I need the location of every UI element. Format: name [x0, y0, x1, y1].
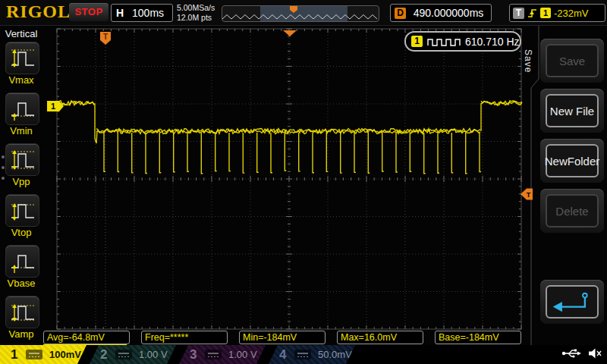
rigol-logo: RIGOL — [6, 2, 71, 22]
new-file-button[interactable]: New File — [540, 89, 604, 133]
freq-channel-badge: 1 — [411, 36, 423, 47]
trigger-source-badge: 1 — [540, 8, 551, 18]
channel1-tab[interactable]: 1 100mV — [0, 345, 86, 364]
horizontal-label: H — [116, 7, 124, 19]
freq-value: 610.710 Hz — [465, 36, 520, 48]
square-wave-icon — [426, 36, 461, 48]
oscilloscope-screen: T 1 T RIGOL STOP H 100ms 5.00MSa/s 12.0M… — [0, 0, 607, 364]
delay-box: D 490.000000ms — [390, 4, 492, 22]
dc-coupling-icon — [205, 350, 222, 359]
menu-page-indicator — [2, 148, 5, 187]
back-button[interactable] — [540, 280, 604, 324]
channel2-tab[interactable]: 2 1.00 V — [90, 345, 176, 364]
channel1-number: 1 — [11, 347, 20, 362]
dc-coupling-icon — [26, 350, 42, 359]
right-soft-menu: Save Save New File NewFolder Delete — [531, 25, 607, 345]
vtop-button[interactable] — [5, 194, 39, 227]
channel1-scale: 100mV — [49, 349, 81, 360]
ch1-waveform-trace — [56, 101, 522, 174]
new-folder-button-label: NewFolder — [546, 144, 599, 177]
trigger-position-marker[interactable]: T — [100, 32, 111, 45]
run-state-indicator: STOP — [69, 3, 109, 21]
frequency-counter: 1 610.710 Hz — [404, 31, 521, 52]
dc-coupling-icon — [115, 350, 132, 359]
vmin-button[interactable] — [5, 93, 39, 125]
sample-rate: 5.00MSa/s — [177, 3, 215, 13]
vtop-icon — [9, 199, 36, 223]
delay-badge: D — [395, 8, 406, 19]
measurement-min: Min=-184mV — [239, 331, 326, 344]
channel4-scale: 50.0mV — [318, 349, 352, 360]
graticule-grid — [57, 29, 521, 329]
left-menu-title: Vertical — [0, 28, 42, 39]
ch1-ground-marker[interactable]: 1 — [47, 101, 64, 111]
vbase-icon — [9, 249, 36, 274]
rising-edge-icon — [527, 7, 537, 19]
trigger-flag-label: T — [103, 33, 108, 41]
trigger-level-value: -232mV — [554, 8, 589, 19]
horizontal-timebase-box: H 100ms — [111, 4, 173, 22]
vtop-label: Vtop — [0, 227, 42, 238]
channel3-tab[interactable]: 3 1.00 V — [179, 345, 266, 364]
delay-value: 490.000000ms — [406, 7, 491, 19]
graticule-and-waveform: T 1 T — [0, 0, 607, 364]
memory-depth: 12.0M pts — [177, 13, 215, 23]
left-soft-menu: Vertical Vmax Vmin — [0, 25, 42, 345]
delete-button-label: Delete — [546, 194, 599, 228]
vamp-button[interactable] — [5, 296, 39, 328]
vmax-button[interactable] — [5, 42, 39, 74]
channel4-number: 4 — [279, 347, 289, 362]
measurement-max: Max=16.0mV — [337, 331, 423, 344]
vpp-label: Vpp — [0, 176, 42, 187]
return-arrow-icon — [549, 289, 595, 315]
trigger-badge: T — [513, 8, 524, 19]
measurement-avg: Avg=-64.8mV — [43, 331, 130, 344]
trigger-level-label: T — [527, 191, 531, 199]
vpp-button[interactable] — [5, 143, 39, 176]
measurement-base: Base=-184mV — [435, 331, 521, 344]
new-file-button-label: New File — [546, 94, 599, 127]
channel2-number: 2 — [100, 347, 110, 362]
channel3-scale: 1.00 V — [228, 349, 257, 360]
vmax-label: Vmax — [0, 74, 42, 86]
timebase-value: 100ms — [124, 7, 172, 19]
usb-icon — [561, 347, 581, 359]
right-menu-title: Save — [523, 49, 533, 73]
vmin-label: Vmin — [0, 125, 42, 136]
acquisition-info: 5.00MSa/s 12.0M pts — [177, 3, 215, 22]
channel3-number: 3 — [190, 347, 200, 362]
waveform-overview-thumbnail — [222, 5, 379, 22]
horizontal-ref-marker[interactable] — [283, 30, 297, 36]
speaker-muted-icon — [587, 347, 602, 359]
channel2-scale: 1.00 V — [139, 349, 168, 360]
new-folder-button[interactable]: NewFolder — [540, 139, 604, 183]
ch1-marker-label: 1 — [51, 102, 55, 111]
vamp-label: Vamp — [0, 328, 42, 340]
dc-coupling-icon — [294, 350, 311, 359]
vpp-icon — [9, 148, 36, 172]
ch1-marker-arrow-icon — [47, 101, 64, 111]
vbase-label: Vbase — [0, 278, 42, 289]
top-status-bar: RIGOL STOP H 100ms 5.00MSa/s 12.0M pts D… — [0, 0, 607, 26]
save-button[interactable]: Save — [540, 39, 604, 83]
vamp-icon — [9, 300, 36, 325]
measurement-freq: Freq=***** — [141, 331, 228, 344]
channel-status-bar: 1 100mV 2 1.00 V 3 1.00 V 4 — [0, 345, 607, 364]
vbase-button[interactable] — [5, 245, 39, 278]
thumbnail-wave-icon — [222, 6, 379, 21]
channel4-tab[interactable]: 4 50.0mV — [269, 345, 355, 364]
trigger-flag-icon — [100, 32, 111, 45]
vmax-icon — [9, 46, 36, 71]
delete-button[interactable]: Delete — [540, 189, 604, 233]
save-button-label: Save — [546, 44, 599, 77]
vmin-icon — [9, 97, 36, 121]
trigger-info-box: T 1 -232mV — [509, 4, 605, 22]
